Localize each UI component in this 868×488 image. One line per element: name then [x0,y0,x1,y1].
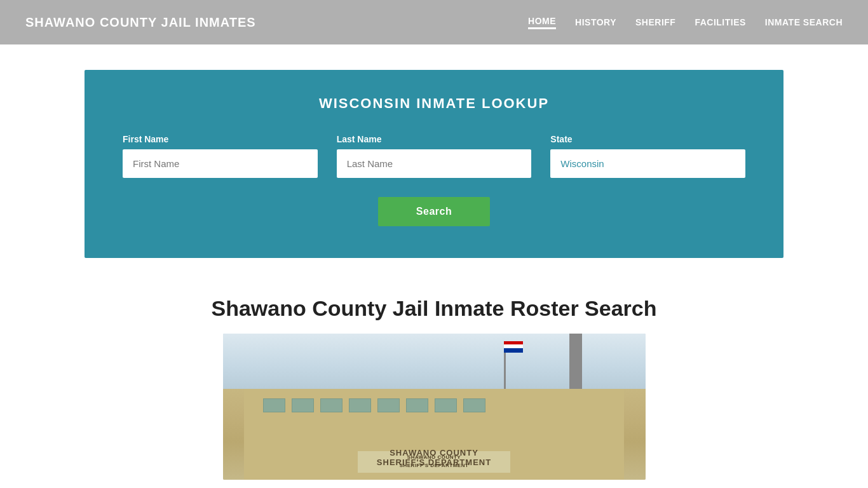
search-button-row: Search [123,197,745,226]
state-input[interactable] [550,149,745,178]
main-content: Shawano County Jail Inmate Roster Search… [0,283,868,488]
building-sign: SHAWANO COUNTY SHERIFF'S DEPARTMENT [358,451,510,473]
nav-item-home[interactable]: HOME [528,16,556,29]
window [377,398,400,412]
state-label: State [550,134,745,144]
first-name-label: First Name [123,134,318,144]
nav-item-history[interactable]: HISTORY [575,17,616,27]
sign-line-2: SHERIFF'S DEPARTMENT [362,462,506,470]
nav-item-sheriff[interactable]: SHERIFF [635,17,675,27]
first-name-input[interactable] [123,149,318,178]
window [435,398,457,412]
main-nav: HOME HISTORY SHERIFF FACILITIES INMATE S… [528,16,843,29]
search-button[interactable]: Search [378,197,490,226]
nav-item-inmate-search[interactable]: INMATE SEARCH [765,17,843,27]
window [406,398,428,412]
flag [504,341,523,353]
window [263,398,285,412]
window [320,398,342,412]
window [463,398,485,412]
state-field-group: State [550,134,745,178]
sign-line-1: SHAWANO COUNTY [362,454,506,462]
search-fields-row: First Name Last Name State [123,134,745,178]
roster-title: Shawano County Jail Inmate Roster Search [25,296,843,321]
last-name-input[interactable] [337,149,532,178]
first-name-field-group: First Name [123,134,318,178]
sky-area [223,334,646,389]
window [349,398,371,412]
search-section: WISCONSIN INMATE LOOKUP First Name Last … [85,70,783,258]
windows-row [263,398,606,430]
last-name-label: Last Name [337,134,532,144]
nav-item-facilities[interactable]: FACILITIES [695,17,745,27]
building-image: SHAWANO COUNTY SHERIFF'S DEPARTMENT [223,334,646,480]
search-section-title: WISCONSIN INMATE LOOKUP [123,95,745,112]
site-title: SHAWANO COUNTY JAIL INMATES [25,15,256,30]
last-name-field-group: Last Name [337,134,532,178]
building-body: SHAWANO COUNTY SHERIFF'S DEPARTMENT [244,389,625,480]
window [292,398,314,412]
header: SHAWANO COUNTY JAIL INMATES HOME HISTORY… [0,0,868,44]
